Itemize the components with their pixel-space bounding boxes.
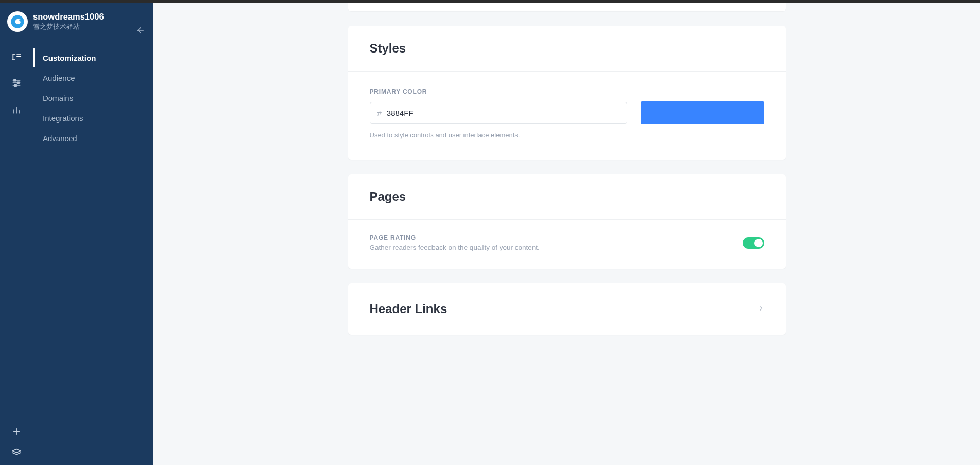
card-header: Styles	[348, 26, 786, 72]
page-rating-desc: Gather readers feedback on the quality o…	[370, 244, 540, 251]
bird-icon	[10, 14, 25, 29]
arrow-left-icon	[136, 26, 145, 35]
page-rating-label: PAGE RATING	[370, 234, 540, 242]
nav-item-label: Customization	[43, 54, 96, 62]
pages-card: Pages PAGE RATING Gather readers feedbac…	[348, 174, 786, 269]
color-row: #	[370, 101, 764, 124]
page-rating-toggle[interactable]	[743, 237, 764, 249]
card-title: Pages	[370, 190, 764, 204]
main-inner: Styles PRIMARY COLOR # Used to style con…	[348, 3, 786, 335]
sidebar-header: snowdreams1006 雪之梦技术驿站	[0, 3, 153, 37]
nav-item-domains[interactable]: Domains	[33, 89, 153, 108]
toggle-knob	[754, 239, 763, 247]
chevron-right-icon	[758, 304, 764, 314]
nav-item-advanced[interactable]: Advanced	[33, 129, 153, 148]
primary-color-input[interactable]	[387, 109, 620, 117]
book-stack-icon	[11, 446, 22, 458]
card-body: PAGE RATING Gather readers feedback on t…	[348, 220, 786, 269]
card-title: Styles	[370, 41, 764, 56]
primary-color-help: Used to style controls and user interfac…	[370, 131, 764, 139]
color-swatch[interactable]	[641, 101, 764, 124]
card-title: Header Links	[370, 302, 448, 316]
card-stub	[348, 3, 786, 11]
main-content: Styles PRIMARY COLOR # Used to style con…	[153, 3, 980, 465]
space-subtitle: 雪之梦技术驿站	[33, 23, 104, 31]
page-rating-setting: PAGE RATING Gather readers feedback on t…	[370, 234, 540, 251]
header-links-card[interactable]: Header Links	[348, 283, 786, 335]
sidebar-body: Customization Audience Domains Integrati…	[0, 43, 153, 419]
hash-prefix: #	[377, 109, 382, 117]
space-info: snowdreams1006 雪之梦技术驿站	[33, 12, 104, 32]
svg-rect-6	[14, 79, 15, 81]
library-button[interactable]	[11, 446, 22, 458]
bar-chart-icon	[11, 105, 22, 115]
space-name: snowdreams1006	[33, 12, 104, 22]
nav-item-audience[interactable]: Audience	[33, 68, 153, 88]
card-header: Pages	[348, 174, 786, 220]
rail-icon-settings[interactable]	[11, 77, 22, 89]
svg-rect-8	[15, 84, 16, 86]
rail-icon-analytics[interactable]	[11, 104, 22, 115]
nav-item-label: Audience	[43, 74, 75, 82]
rail-icon-content[interactable]	[11, 50, 22, 62]
text-icon	[11, 51, 22, 61]
color-input-wrap[interactable]: #	[370, 102, 627, 124]
sliders-icon	[11, 78, 22, 88]
nav-item-label: Advanced	[43, 134, 77, 143]
svg-rect-7	[18, 82, 19, 83]
sidebar-footer	[0, 419, 153, 465]
svg-point-1	[19, 19, 20, 20]
card-body: PRIMARY COLOR # Used to style controls a…	[348, 72, 786, 160]
primary-color-label: PRIMARY COLOR	[370, 88, 764, 95]
nav-item-label: Domains	[43, 94, 73, 102]
plus-icon	[12, 427, 21, 436]
sidebar: snowdreams1006 雪之梦技术驿站	[0, 3, 153, 465]
styles-card: Styles PRIMARY COLOR # Used to style con…	[348, 26, 786, 160]
space-avatar[interactable]	[7, 11, 28, 32]
nav-item-customization[interactable]: Customization	[33, 48, 153, 67]
add-button[interactable]	[11, 426, 22, 437]
nav-item-integrations[interactable]: Integrations	[33, 109, 153, 128]
icon-rail	[0, 43, 33, 419]
app-layout: snowdreams1006 雪之梦技术驿站	[0, 3, 980, 465]
nav-list: Customization Audience Domains Integrati…	[33, 43, 153, 419]
back-arrow-button[interactable]	[135, 25, 146, 36]
card-body: Header Links	[348, 283, 786, 335]
nav-item-label: Integrations	[43, 114, 83, 123]
